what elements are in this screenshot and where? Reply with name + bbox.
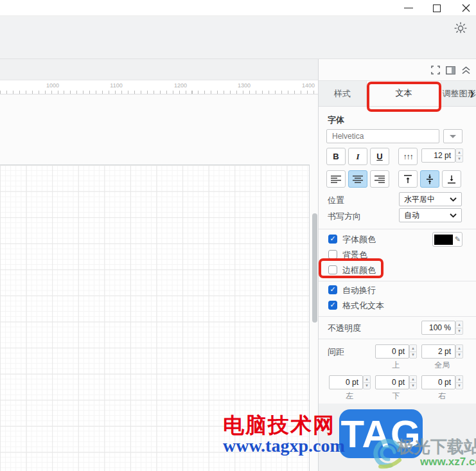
horizontal-ruler: 1000 1100 1200 1300 1400 xyxy=(0,80,318,94)
maximize-button[interactable] xyxy=(427,0,446,16)
opacity-label: 不透明度 xyxy=(328,323,361,334)
drawing-canvas[interactable]: 1000 1100 1200 1300 1400 xyxy=(0,59,318,471)
canvas-top-band xyxy=(0,59,318,80)
watermark-partner: 极光下载站 www.xz7.com xyxy=(371,432,476,471)
collapse-chevrons-icon[interactable] xyxy=(461,66,471,75)
tab-text[interactable]: 文本 xyxy=(367,81,441,106)
panel-toggle-icon[interactable] xyxy=(446,66,455,75)
spacing-bottom-stepper[interactable]: ▲▼ xyxy=(409,375,417,389)
bold-button[interactable]: B xyxy=(326,148,346,165)
ruler-label: 1000 xyxy=(40,82,66,89)
tab-scroll-arrow[interactable]: ❯ xyxy=(470,90,475,97)
italic-button[interactable]: I xyxy=(348,148,367,165)
toolbar xyxy=(0,16,476,59)
font-color-checkbox[interactable] xyxy=(328,235,337,244)
tab-style[interactable]: 样式 xyxy=(319,81,367,106)
font-family-dropdown-arrow[interactable] xyxy=(443,129,463,143)
writing-direction-value: 自动 xyxy=(404,210,419,221)
dropdown-arrow-icon xyxy=(450,135,456,138)
align-left-button[interactable] xyxy=(326,170,346,188)
position-select[interactable]: 水平居中 xyxy=(399,192,462,206)
font-family-dropdown[interactable]: Helvetica xyxy=(326,129,439,143)
align-right-icon xyxy=(375,175,385,183)
minimize-button[interactable] xyxy=(399,0,418,16)
spacing-bottom-sublabel: 下 xyxy=(375,391,417,402)
maximize-icon xyxy=(433,4,441,12)
pencil-icon: ✎ xyxy=(455,235,461,244)
spacing-global-sublabel: 全局 xyxy=(421,360,463,371)
valign-middle-button[interactable] xyxy=(420,170,439,188)
border-color-label: 边框颜色 xyxy=(342,265,376,276)
valign-middle-icon xyxy=(425,174,434,184)
underline-button[interactable]: U xyxy=(370,148,389,165)
font-family-value: Helvetica xyxy=(332,132,364,141)
word-wrap-label: 自动换行 xyxy=(342,285,376,296)
font-size-input[interactable]: 12 pt xyxy=(421,148,455,163)
font-color-swatch xyxy=(434,235,453,245)
close-icon xyxy=(462,4,470,12)
title-bar xyxy=(0,0,476,16)
background-color-checkbox[interactable] xyxy=(328,250,337,259)
format-tabs: 样式 文本 调整图形 xyxy=(319,80,476,107)
chevron-down-icon xyxy=(450,213,457,218)
background-color-label: 背景色 xyxy=(342,249,367,261)
font-section-label: 字体 xyxy=(328,114,344,126)
ruler-label: 1200 xyxy=(168,82,193,89)
font-color-button[interactable]: ✎ xyxy=(432,232,463,247)
position-label: 位置 xyxy=(328,195,344,206)
writing-direction-select[interactable]: 自动 xyxy=(399,208,462,222)
opacity-input[interactable]: 100 % xyxy=(421,321,455,335)
spacing-left-sublabel: 左 xyxy=(329,391,371,402)
ruler-label: 1300 xyxy=(231,82,257,89)
fullscreen-icon[interactable] xyxy=(431,66,440,75)
spacing-right-stepper[interactable]: ▲▼ xyxy=(455,375,463,389)
align-left-icon xyxy=(331,175,341,183)
minimize-icon xyxy=(404,8,413,8)
align-center-button[interactable] xyxy=(348,170,367,188)
font-color-label: 字体颜色 xyxy=(342,234,376,245)
formatted-text-checkbox[interactable] xyxy=(328,301,337,310)
spacing-bottom-input[interactable]: 0 pt xyxy=(375,375,409,389)
close-button[interactable] xyxy=(456,0,475,16)
writing-direction-label: 书写方向 xyxy=(328,211,361,222)
watermark-partner-url: www.xz7.com xyxy=(420,456,476,468)
spacing-label: 间距 xyxy=(328,346,344,358)
valign-bottom-button[interactable] xyxy=(442,170,461,188)
word-wrap-checkbox[interactable] xyxy=(328,285,337,294)
watermark-partner-name: 极光下载站 xyxy=(397,436,476,458)
sun-theme-icon[interactable] xyxy=(453,21,468,36)
spacing-left-stepper[interactable]: ▲▼ xyxy=(363,375,371,389)
position-value: 水平居中 xyxy=(404,194,435,205)
spacing-global-stepper[interactable]: ▲▼ xyxy=(455,344,463,359)
valign-top-icon xyxy=(403,175,412,184)
border-color-checkbox[interactable] xyxy=(328,265,337,274)
chevron-down-icon xyxy=(450,197,457,202)
spacing-top-stepper[interactable]: ▲▼ xyxy=(409,344,417,359)
spacing-global-input[interactable]: 2 pt xyxy=(421,344,455,359)
canvas-vertical-scrollbar[interactable] xyxy=(312,213,317,323)
watermark-site-url: www.tagxp.com xyxy=(223,436,345,456)
spacing-left-input[interactable]: 0 pt xyxy=(329,375,363,389)
spacing-right-sublabel: 右 xyxy=(421,391,463,402)
spacing-top-input[interactable]: 0 pt xyxy=(375,344,409,359)
opacity-stepper[interactable]: ▲▼ xyxy=(455,321,463,335)
ruler-label: 1400 xyxy=(295,82,318,89)
valign-bottom-icon xyxy=(447,175,456,184)
spacing-right-input[interactable]: 0 pt xyxy=(421,375,455,389)
formatted-text-label: 格式化文本 xyxy=(342,300,384,312)
ruler-ticks xyxy=(0,91,318,94)
align-center-icon xyxy=(353,175,363,183)
font-size-stepper[interactable]: ▲▼ xyxy=(455,148,463,163)
valign-top-button[interactable] xyxy=(398,170,418,188)
vertical-text-button[interactable]: ↑↑↑ xyxy=(398,148,418,165)
spacing-top-sublabel: 上 xyxy=(375,360,417,371)
align-right-button[interactable] xyxy=(370,170,389,188)
ruler-label: 1100 xyxy=(103,82,129,89)
